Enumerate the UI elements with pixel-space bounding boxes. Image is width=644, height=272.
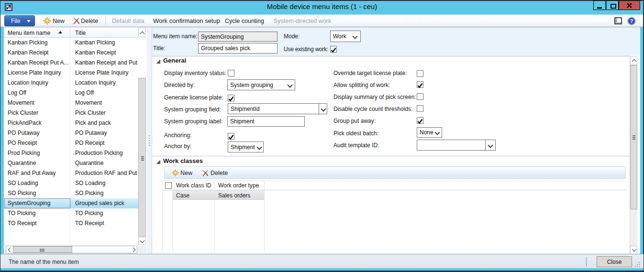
svg-text:?: ? [630, 18, 633, 24]
